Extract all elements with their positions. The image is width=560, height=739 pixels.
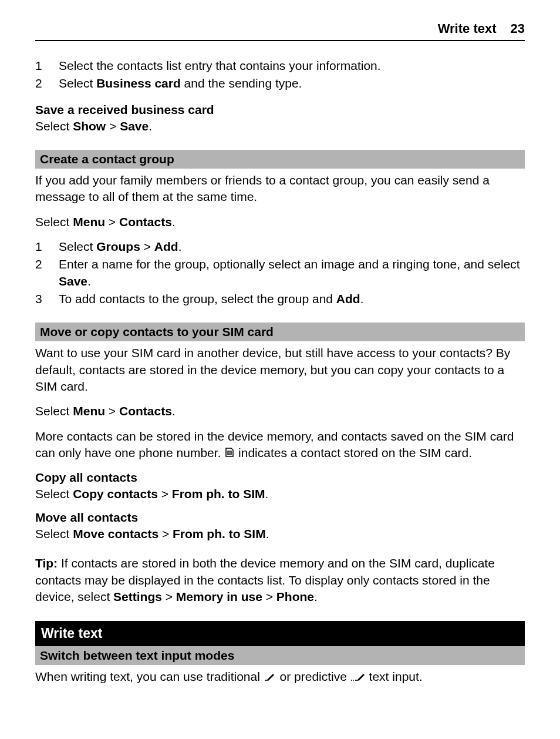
sim-card-icon — [224, 445, 235, 462]
step-text: Select Groups > Add. — [59, 239, 525, 255]
step-text: Select the contacts list entry that cont… — [59, 58, 525, 74]
list-item: 2 Enter a name for the group, optionally… — [35, 256, 525, 290]
section-bar-move-copy: Move or copy contacts to your SIM card — [35, 323, 525, 341]
copy-all-text: Select Copy contacts > From ph. to SIM. — [35, 486, 525, 502]
move-all-text: Select Move contacts > From ph. to SIM. — [35, 526, 525, 542]
page-header: Write text 23 — [35, 21, 525, 41]
text-input-intro: When writing text, you can use tradition… — [35, 669, 525, 686]
step-number: 2 — [35, 256, 59, 290]
traditional-input-icon — [264, 669, 276, 686]
list-item: 2 Select Business card and the sending t… — [35, 75, 525, 92]
document-page: Write text 23 1 Select the contacts list… — [0, 0, 560, 717]
create-group-steps: 1 Select Groups > Add. 2 Enter a name fo… — [35, 239, 525, 307]
section-bar-text-input-modes: Switch between text input modes — [35, 646, 525, 665]
list-item: 1 Select Groups > Add. — [35, 239, 525, 255]
move-copy-select: Select Menu > Contacts. — [35, 403, 525, 419]
step-text: Select Business card and the sending typ… — [59, 75, 525, 92]
step-number: 2 — [35, 75, 59, 92]
move-copy-intro: Want to use your SIM card in another dev… — [35, 345, 525, 395]
create-group-intro: If you add your family members or friend… — [35, 172, 525, 206]
step-number: 3 — [35, 291, 59, 307]
section-bar-create-group: Create a contact group — [35, 150, 525, 169]
send-card-steps: 1 Select the contacts list entry that co… — [35, 58, 525, 92]
copy-all-heading: Copy all contacts — [35, 471, 525, 485]
header-title: Write text — [438, 21, 497, 36]
step-text: Enter a name for the group, optionally s… — [59, 256, 525, 290]
list-item: 3 To add contacts to the group, select t… — [35, 291, 525, 307]
create-group-select: Select Menu > Contacts. — [35, 214, 525, 230]
save-card-text: Select Show > Save. — [35, 118, 525, 135]
tip-paragraph: Tip: If contacts are stored in both the … — [35, 555, 525, 605]
chapter-bar-write-text: Write text — [35, 621, 525, 646]
tip-label: Tip: — [35, 556, 58, 570]
svg-rect-0 — [228, 451, 231, 455]
step-number: 1 — [35, 58, 59, 74]
step-text: To add contacts to the group, select the… — [59, 291, 525, 307]
step-number: 1 — [35, 239, 59, 255]
list-item: 1 Select the contacts list entry that co… — [35, 58, 525, 74]
move-copy-more: More contacts can be stored in the devic… — [35, 428, 525, 462]
save-card-heading: Save a received business card — [35, 103, 525, 117]
header-page-number: 23 — [511, 21, 525, 36]
move-all-heading: Move all contacts — [35, 510, 525, 525]
predictive-input-icon — [350, 669, 366, 686]
